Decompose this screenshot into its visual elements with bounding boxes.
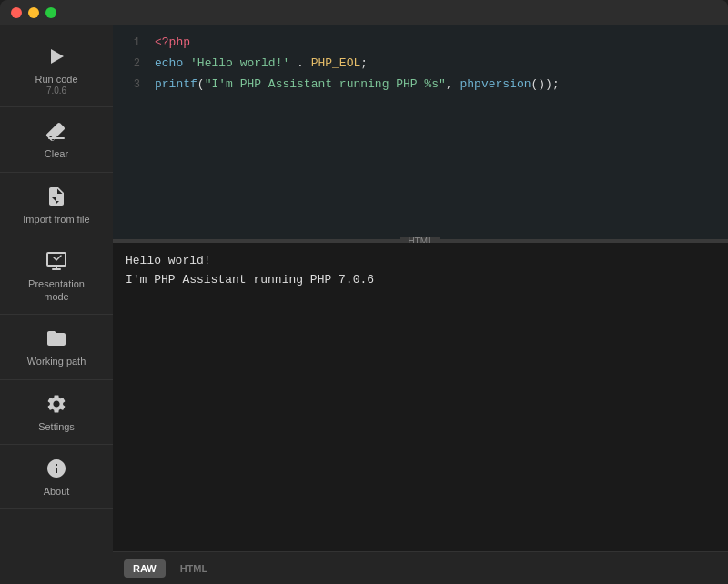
output-line-1: Hello world! — [126, 252, 715, 271]
code-line-3: 3 printf("I'm PHP Assistant running PHP … — [113, 75, 728, 96]
working-path-label: Working path — [27, 355, 86, 368]
tab-html[interactable]: HTML — [171, 559, 217, 578]
close-button[interactable] — [11, 7, 22, 18]
code-line-2: 2 echo 'Hello world!' . PHP_EOL; — [113, 54, 728, 75]
about-label: About — [44, 485, 70, 498]
folder-icon — [46, 326, 67, 351]
sidebar-item-working-path[interactable]: Working path — [0, 315, 113, 379]
run-code-label: Run code — [35, 73, 77, 86]
main-content: Run code 7.0.6 Clear Import from file — [0, 25, 728, 584]
sidebar-item-presentation[interactable]: Presentationmode — [0, 237, 113, 316]
output-line-2: I'm PHP Assistant running PHP 7.0.6 — [126, 271, 715, 290]
presentation-icon — [46, 248, 67, 274]
tab-raw[interactable]: RAW — [124, 559, 166, 578]
gear-icon — [46, 391, 67, 417]
svg-marker-0 — [51, 49, 64, 64]
info-icon — [46, 456, 67, 481]
svg-rect-1 — [48, 137, 65, 139]
code-line-1: 1 <?php — [113, 33, 728, 54]
code-editor[interactable]: 1 <?php 2 echo 'Hello world!' . PHP_EOL;… — [113, 25, 728, 239]
eraser-icon — [46, 118, 67, 144]
output-spacer — [113, 352, 728, 551]
import-label: Import from file — [23, 213, 89, 226]
titlebar — [0, 0, 728, 25]
minimize-button[interactable] — [28, 7, 39, 18]
sidebar-item-import[interactable]: Import from file — [0, 173, 113, 237]
run-code-sublabel: 7.0.6 — [46, 86, 66, 96]
clear-label: Clear — [45, 147, 68, 160]
sidebar-item-settings[interactable]: Settings — [0, 380, 113, 445]
presentation-label: Presentationmode — [28, 277, 85, 304]
play-icon — [46, 44, 67, 69]
sidebar: Run code 7.0.6 Clear Import from file — [0, 25, 113, 584]
traffic-lights — [11, 7, 56, 18]
output-area: Hello world! I'm PHP Assistant running P… — [113, 243, 728, 352]
bottom-bar: RAW HTML — [113, 551, 728, 584]
sidebar-item-clear[interactable]: Clear — [0, 107, 113, 172]
import-icon — [46, 184, 67, 209]
right-panel: 1 <?php 2 echo 'Hello world!' . PHP_EOL;… — [113, 25, 728, 584]
sidebar-item-run-code[interactable]: Run code 7.0.6 — [0, 33, 113, 107]
settings-label: Settings — [38, 420, 75, 433]
maximize-button[interactable] — [46, 7, 56, 18]
sidebar-item-about[interactable]: About — [0, 445, 113, 509]
